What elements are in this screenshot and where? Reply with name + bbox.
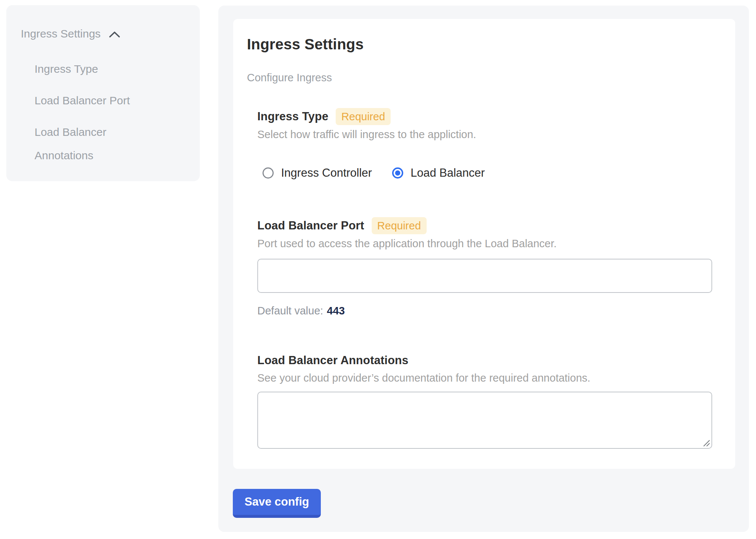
resize-handle-icon[interactable] <box>702 439 710 447</box>
radio-option-ingress-controller[interactable]: Ingress Controller <box>263 166 372 180</box>
ingress-type-radio-group: Ingress Controller Load Balancer <box>257 166 713 180</box>
field-label-ingress-type: Ingress Type <box>257 108 328 125</box>
ingress-settings-card: Ingress Settings Configure Ingress Ingre… <box>233 19 735 469</box>
sidebar-section-ingress-settings[interactable]: Ingress Settings <box>21 26 200 42</box>
required-badge: Required <box>336 108 391 125</box>
section-load-balancer-annotations: Load Balancer Annotations See your cloud… <box>257 352 713 449</box>
sidebar-section-label: Ingress Settings <box>21 26 101 42</box>
field-description-load-balancer-annotations: See your cloud provider’s documentation … <box>257 371 713 385</box>
load-balancer-port-input[interactable] <box>257 259 712 293</box>
radio-label-ingress-controller: Ingress Controller <box>281 166 372 180</box>
section-load-balancer-port: Load Balancer Port Required Port used to… <box>257 217 713 317</box>
field-label-load-balancer-port: Load Balancer Port <box>257 218 364 234</box>
section-ingress-type: Ingress Type Required Select how traffic… <box>257 108 713 180</box>
required-badge: Required <box>372 217 427 234</box>
field-description-load-balancer-port: Port used to access the application thro… <box>257 236 713 251</box>
sidebar: Ingress Settings Ingress Type Load Balan… <box>6 5 200 181</box>
page-title: Ingress Settings <box>247 35 713 53</box>
chevron-up-icon <box>109 31 120 38</box>
radio-button-load-balancer[interactable] <box>392 167 403 179</box>
sidebar-item-load-balancer-annotations[interactable]: Load Balancer Annotations <box>35 120 161 167</box>
form-sections: Ingress Type Required Select how traffic… <box>257 108 713 449</box>
sidebar-item-load-balancer-port[interactable]: Load Balancer Port <box>35 89 161 112</box>
settings-panel: Ingress Settings Configure Ingress Ingre… <box>218 6 749 532</box>
load-balancer-annotations-textarea[interactable] <box>257 392 712 449</box>
radio-button-ingress-controller[interactable] <box>263 167 274 179</box>
default-value: 443 <box>327 305 345 317</box>
page-subtitle: Configure Ingress <box>247 71 713 84</box>
field-description-ingress-type: Select how traffic will ingress to the a… <box>257 127 713 141</box>
save-config-button[interactable]: Save config <box>233 489 321 518</box>
radio-label-load-balancer: Load Balancer <box>411 166 485 180</box>
radio-option-load-balancer[interactable]: Load Balancer <box>392 166 485 180</box>
annotations-textarea-wrap <box>257 392 712 449</box>
sidebar-item-ingress-type[interactable]: Ingress Type <box>35 57 161 81</box>
default-value-line: Default value:443 <box>257 304 713 317</box>
sidebar-nav: Ingress Type Load Balancer Port Load Bal… <box>35 57 161 167</box>
default-value-label: Default value: <box>257 305 323 317</box>
field-label-load-balancer-annotations: Load Balancer Annotations <box>257 352 408 369</box>
